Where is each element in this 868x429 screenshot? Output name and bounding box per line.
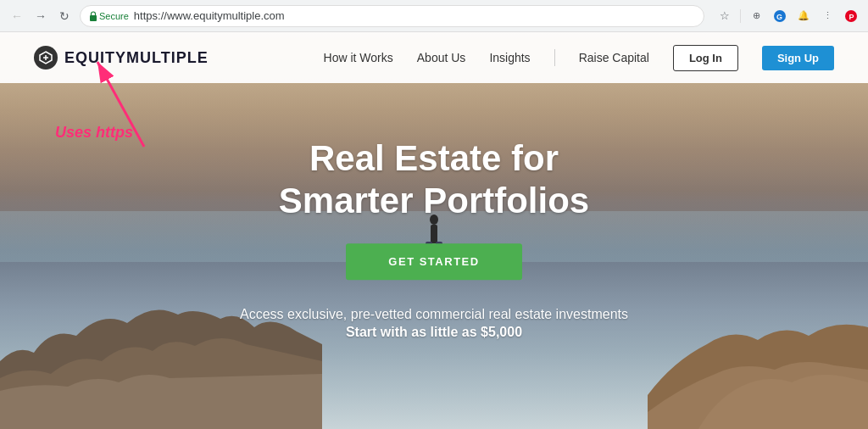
svg-rect-0: [90, 15, 97, 21]
hero-subtitle: Access exclusive, pre-vetted commercial …: [240, 304, 628, 326]
hero-subtitle2: Start with as little as $5,000: [240, 326, 628, 341]
nav-buttons: ← → ↻: [7, 6, 75, 26]
forward-button[interactable]: →: [31, 6, 51, 26]
nav-divider: [554, 49, 555, 66]
bookmark-button[interactable]: ☆: [715, 6, 735, 26]
menu-button[interactable]: ⋮: [817, 6, 837, 26]
url-text: https://www.equitymultiple.com: [134, 9, 285, 22]
notifications-button[interactable]: 🔔: [793, 6, 814, 26]
logo-text: EQUITYMULTIPLE: [64, 49, 209, 67]
profile-button[interactable]: G: [770, 6, 790, 26]
extensions-button[interactable]: ⊕: [746, 6, 766, 26]
logo-icon: [34, 46, 58, 70]
navbar: EQUITYMULTIPLE How it Works About Us Ins…: [0, 32, 868, 83]
nav-insights[interactable]: Insights: [489, 51, 530, 64]
rock-right: [648, 242, 868, 429]
back-button[interactable]: ←: [7, 6, 27, 26]
svg-text:P: P: [849, 13, 854, 21]
get-started-button[interactable]: GET STARTED: [346, 243, 521, 280]
nav-links: How it Works About Us Insights Raise Cap…: [324, 45, 834, 71]
signup-button[interactable]: Sign Up: [762, 46, 834, 70]
nav-about-us[interactable]: About Us: [417, 51, 466, 64]
logo[interactable]: EQUITYMULTIPLE: [34, 46, 209, 70]
address-bar[interactable]: Secure https://www.equitymultiple.com: [80, 5, 704, 27]
browser-chrome: ← → ↻ Secure https://www.equitymultiple.…: [0, 0, 868, 32]
reload-button[interactable]: ↻: [54, 6, 75, 26]
nav-how-it-works[interactable]: How it Works: [324, 51, 393, 64]
nav-raise-capital[interactable]: Raise Capital: [579, 51, 649, 64]
website: EQUITYMULTIPLE How it Works About Us Ins…: [0, 32, 868, 429]
secure-label: Secure: [99, 11, 129, 21]
login-button[interactable]: Log In: [673, 45, 738, 71]
svg-text:G: G: [776, 13, 782, 21]
secure-icon: Secure: [89, 11, 129, 21]
hero-content: Real Estate for Smarter Portfolios GET S…: [240, 137, 628, 340]
pinterest-button[interactable]: P: [841, 6, 861, 26]
hero-title: Real Estate for Smarter Portfolios: [240, 137, 628, 223]
divider: [740, 9, 741, 23]
browser-actions: ☆ ⊕ G 🔔 ⋮ P: [715, 6, 861, 26]
